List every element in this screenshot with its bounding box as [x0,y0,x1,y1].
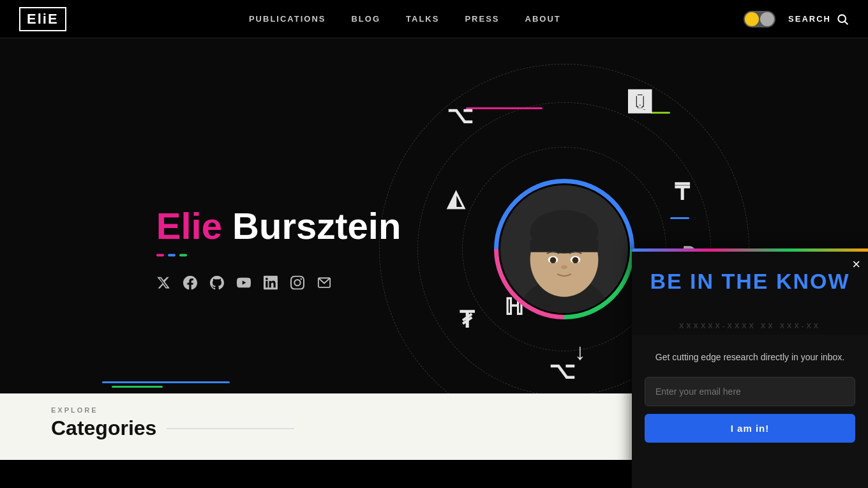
name-divider [156,254,401,256]
social-youtube[interactable] [237,275,251,293]
social-email[interactable] [317,275,331,293]
float-symbol-9: ↓ [574,339,586,365]
svg-line-1 [845,21,848,24]
popup-top-section: BE IN THE KNOW XXXXXX-XXXX XX XXX-XX [632,252,868,335]
site-logo[interactable]: EliE [19,7,66,31]
svg-rect-7 [530,240,599,252]
profile-container [494,179,634,319]
social-instagram[interactable] [290,275,304,293]
nav-talks[interactable]: TALKS [406,14,439,24]
svg-point-11 [572,257,579,264]
float-symbol-1: ⌥ [447,102,473,129]
hero-name: Elie Bursztein [156,206,401,247]
profile-border [494,179,634,319]
search-icon [836,13,849,26]
deco-line-teal-bottom [112,386,163,388]
float-symbol-2: ◭ [447,185,465,212]
social-links [156,275,401,293]
theme-toggle[interactable] [744,11,775,27]
svg-point-12 [561,265,567,269]
float-symbol-4: ₸ [675,179,689,206]
email-input[interactable] [645,377,855,406]
search-label: SEARCH [788,14,831,24]
explore-label: EXPLORE [51,406,98,414]
dot-pink [156,254,164,256]
social-github[interactable] [210,275,224,293]
dot-blue [168,254,176,256]
float-symbol-8: ⌥ [549,358,575,385]
float-symbol-3: 🆀 [628,89,651,116]
hero-first-name: Elie [156,205,222,247]
popup-title-accent: KNOW [776,269,850,293]
search-button[interactable]: SEARCH [788,13,849,26]
categories-row: Categories [51,416,294,440]
social-twitter[interactable] [156,275,170,293]
popup-title-prefix: BE IN THE [650,269,776,293]
nav-publications[interactable]: PUBLICATIONS [249,14,326,24]
deco-line-blue-right [670,217,689,219]
popup-watermark: XXXXXX-XXXX XX XXX-XX [632,322,868,330]
toggle-knob-right [760,12,774,26]
nav-press[interactable]: PRESS [465,14,499,24]
popup-close-button[interactable]: × [852,256,860,273]
profile-image [498,183,630,315]
social-linkedin[interactable] [264,275,278,293]
nav-blog[interactable]: BLOG [351,14,380,24]
deco-line-pink [466,107,542,109]
deco-line-green [651,112,670,114]
social-facebook[interactable] [183,275,197,293]
hero-text: Elie Bursztein [156,206,401,293]
categories-divider [167,428,294,429]
float-symbol-6: ₮ [460,307,474,333]
categories-title: Categories [51,416,156,440]
deco-line-blue-bottom [102,381,230,383]
popup-title: BE IN THE KNOW [645,270,855,293]
svg-point-10 [550,257,557,264]
hero-last-name: Bursztein [232,205,401,247]
svg-point-0 [838,15,846,22]
nav-about[interactable]: ABOUT [525,14,561,24]
toggle-knob [745,12,759,26]
dot-green [179,254,187,256]
header-right: SEARCH [744,11,849,27]
subscribe-button[interactable]: I am in! [645,414,855,443]
popup-bottom-section: Get cutting edge research directly in yo… [632,335,868,455]
main-nav: PUBLICATIONS BLOG TALKS PRESS ABOUT [249,14,561,24]
popup-description: Get cutting edge research directly in yo… [645,350,855,364]
newsletter-popup: × BE IN THE KNOW XXXXXX-XXXX XX XXX-XX G… [632,248,868,488]
